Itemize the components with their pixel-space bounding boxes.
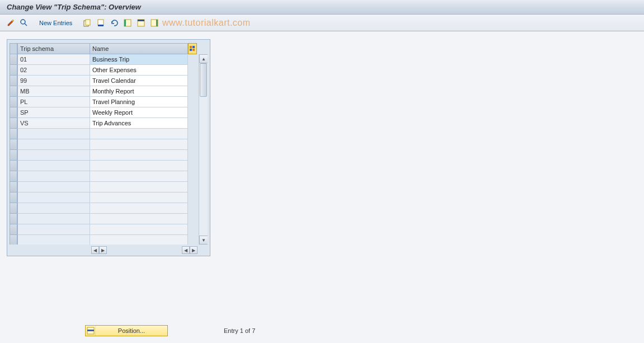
row-selector[interactable]: [10, 129, 17, 139]
position-button[interactable]: Position...: [85, 325, 168, 336]
cell-trip-schema-code[interactable]: [17, 161, 90, 171]
row-selector[interactable]: [10, 171, 17, 182]
cell-trip-schema-code[interactable]: [17, 224, 90, 235]
cell-trip-schema-code[interactable]: [17, 139, 90, 150]
trip-schema-table: Trip schema Name 01Business Trip02Other …: [7, 39, 210, 256]
cell-trip-schema-name[interactable]: Travel Planning: [90, 97, 188, 107]
row-selector[interactable]: [10, 235, 17, 245]
cell-trip-schema-name[interactable]: [90, 192, 188, 203]
table-row: 99Travel Calendar: [10, 76, 208, 86]
cell-trip-schema-name[interactable]: [90, 161, 188, 171]
position-label: Position...: [96, 327, 167, 334]
svg-rect-12: [190, 46, 192, 48]
scroll-up-button[interactable]: ▲: [199, 54, 208, 63]
cell-trip-schema-code[interactable]: PL: [17, 97, 90, 107]
svg-point-0: [21, 20, 25, 24]
row-selector[interactable]: [10, 161, 17, 171]
cell-trip-schema-code[interactable]: 99: [17, 76, 90, 86]
cell-trip-schema-name[interactable]: [90, 139, 188, 150]
cell-trip-schema-code[interactable]: MB: [17, 86, 90, 97]
table-row: PLTravel Planning: [10, 97, 208, 107]
cell-trip-schema-code[interactable]: [17, 235, 90, 245]
table-settings-button[interactable]: [188, 43, 197, 54]
select-all-header[interactable]: [10, 43, 17, 54]
scroll-thumb[interactable]: [200, 63, 207, 97]
deselect-all-button[interactable]: [148, 17, 161, 29]
column-header-code[interactable]: Trip schema: [17, 43, 90, 54]
table-row: [10, 129, 208, 139]
table-row: [10, 203, 208, 214]
select-block-button[interactable]: [135, 17, 147, 29]
cell-trip-schema-code[interactable]: [17, 171, 90, 182]
cell-trip-schema-code[interactable]: [17, 214, 90, 224]
cell-trip-schema-code[interactable]: 01: [17, 54, 90, 65]
cell-trip-schema-name[interactable]: [90, 235, 188, 245]
row-selector[interactable]: [10, 76, 17, 86]
cell-trip-schema-code[interactable]: [17, 150, 90, 161]
row-selector[interactable]: [10, 97, 17, 107]
select-all-button[interactable]: [121, 17, 134, 29]
table-body: 01Business Trip02Other Expenses99Travel …: [10, 54, 208, 245]
cell-trip-schema-name[interactable]: [90, 150, 188, 161]
hscroll-right-end-button[interactable]: ▶: [190, 246, 198, 254]
cell-trip-schema-name[interactable]: [90, 214, 188, 224]
delete-button[interactable]: [95, 17, 107, 29]
column-header-name[interactable]: Name: [90, 43, 188, 54]
row-selector[interactable]: [10, 203, 17, 214]
cell-trip-schema-name[interactable]: Weekly Report: [90, 107, 188, 118]
svg-rect-15: [192, 49, 195, 51]
hscroll-right-button[interactable]: ▶: [99, 246, 107, 254]
table-row: [10, 192, 208, 203]
cell-trip-schema-name[interactable]: Trip Advances: [90, 118, 188, 129]
change-mode-button[interactable]: [4, 17, 17, 29]
svg-rect-14: [190, 49, 192, 51]
row-selector[interactable]: [10, 150, 17, 161]
new-entries-button[interactable]: New Entries: [36, 17, 76, 29]
scroll-down-button[interactable]: ▼: [199, 236, 208, 245]
entry-status-text: Entry 1 of 7: [224, 327, 255, 334]
table-row: [10, 150, 208, 161]
content-area: Trip schema Name 01Business Trip02Other …: [0, 31, 644, 264]
row-selector[interactable]: [10, 192, 17, 203]
row-selector[interactable]: [10, 214, 17, 224]
cell-trip-schema-code[interactable]: [17, 203, 90, 214]
row-selector[interactable]: [10, 86, 17, 97]
cell-trip-schema-name[interactable]: Travel Calendar: [90, 76, 188, 86]
cell-trip-schema-name[interactable]: [90, 182, 188, 192]
hscroll-left-end-button[interactable]: ◀: [182, 246, 190, 254]
vertical-scrollbar[interactable]: ▲ ▼: [199, 54, 208, 245]
cell-trip-schema-code[interactable]: [17, 182, 90, 192]
cell-trip-schema-name[interactable]: [90, 224, 188, 235]
svg-rect-5: [98, 25, 104, 26]
svg-rect-11: [156, 20, 158, 26]
svg-rect-7: [124, 20, 126, 26]
position-icon: [86, 326, 96, 336]
cell-trip-schema-code[interactable]: 02: [17, 65, 90, 76]
row-selector[interactable]: [10, 182, 17, 192]
cell-trip-schema-name[interactable]: [90, 203, 188, 214]
row-selector[interactable]: [10, 139, 17, 150]
cell-trip-schema-name[interactable]: Business Trip: [90, 54, 188, 65]
cell-trip-schema-code[interactable]: VS: [17, 118, 90, 129]
page-title: Change View "Trip Schema": Overview: [7, 3, 141, 11]
table-row: [10, 171, 208, 182]
row-selector[interactable]: [10, 107, 17, 118]
cell-trip-schema-code[interactable]: SP: [17, 107, 90, 118]
svg-rect-9: [138, 20, 144, 21]
hscroll-left-button[interactable]: ◀: [91, 246, 99, 254]
undo-button[interactable]: [108, 17, 120, 29]
cell-trip-schema-name[interactable]: [90, 171, 188, 182]
row-selector[interactable]: [10, 54, 17, 65]
copy-button[interactable]: [81, 17, 93, 29]
row-selector[interactable]: [10, 118, 17, 129]
cell-trip-schema-name[interactable]: [90, 129, 188, 139]
cell-trip-schema-name[interactable]: Other Expenses: [90, 65, 188, 76]
cell-trip-schema-name[interactable]: Monthly Report: [90, 86, 188, 97]
row-selector[interactable]: [10, 224, 17, 235]
svg-line-1: [25, 24, 27, 26]
cell-trip-schema-code[interactable]: [17, 129, 90, 139]
scroll-track[interactable]: [199, 63, 208, 236]
row-selector[interactable]: [10, 65, 17, 76]
find-button[interactable]: [18, 17, 30, 29]
cell-trip-schema-code[interactable]: [17, 192, 90, 203]
